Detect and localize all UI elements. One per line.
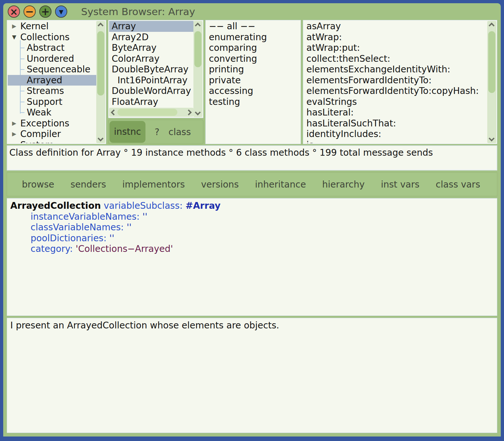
method-list-item[interactable]: hasLiteral: [304,107,487,118]
instance-side-button[interactable]: instnc [109,121,145,143]
class-list-item[interactable]: Int16PointArray [109,75,193,86]
protocol-list[interactable]: −− all −−enumeratingcomparingconvertingp… [206,21,300,143]
tree-item[interactable]: ▶ Kernel [8,21,96,32]
class-item-label: DoubleByteArray [112,64,189,75]
toolbar-button[interactable]: hierarchy [322,179,365,190]
method-list-item[interactable]: collect:thenSelect: [304,53,487,64]
tree-item-label: System [20,140,54,143]
code-editor[interactable]: ArrayedCollection variableSubclass: #Arr… [7,198,497,316]
tree-item-label: Kernel [20,21,49,32]
tree-item-label: Support [27,96,62,107]
scroll-up-icon[interactable] [98,23,103,28]
scrollbar-thumb[interactable] [117,109,177,116]
scroll-right-icon[interactable] [186,109,191,115]
method-list-item[interactable]: asArray [304,21,487,32]
code-token-string-empty: '' [143,211,147,222]
scrollbar-thumb[interactable] [97,31,104,96]
code-line: category: 'Collections−Arrayed' [10,243,494,254]
toolbar-button[interactable]: senders [70,179,106,190]
scroll-up-icon[interactable] [195,23,201,28]
protocol-list-item[interactable]: converting [206,53,300,64]
tree-item[interactable]: Weak [8,107,96,118]
class-list-item[interactable]: Array [109,21,193,32]
tree-item-label: Abstract [27,42,65,53]
toolbar-button[interactable]: inheritance [255,179,306,190]
class-list[interactable]: Array Array2D ByteArray ColorArray Doubl… [109,21,193,107]
class-list-item[interactable]: DoubleWordArray [109,86,193,96]
method-pane: asArrayatWrap:atWrap:put:collect:thenSel… [303,20,497,144]
method-list-item[interactable]: elementsForwardIdentityTo: [304,75,487,86]
protocol-list-item[interactable]: comparing [206,42,300,53]
class-side-button[interactable]: class [168,127,191,137]
method-list-item[interactable]: atWrap: [304,32,487,43]
toolbar-button[interactable]: implementors [122,179,185,190]
code-token-keyword: poolDictionaries: [31,233,109,243]
tree-item[interactable]: Streams [8,86,96,96]
class-list-item[interactable]: FloatArray [109,96,193,107]
class-comment-text: I present an ArrayedCollection whose ele… [10,320,494,331]
tree-item[interactable]: Sequenceable [8,64,96,75]
protocol-list-item[interactable]: −− all −− [206,21,300,32]
window-menu-button[interactable]: ▼ [55,5,67,18]
tree-toggle-icon[interactable]: ▶ [10,140,19,143]
scroll-down-icon[interactable] [489,135,494,141]
method-list-item[interactable]: elementsExchangeIdentityWith: [304,64,487,75]
tree-item[interactable]: ▶ System [8,140,96,143]
tree-item[interactable]: Unordered [8,53,96,64]
horizontal-scrollbar[interactable] [109,108,193,117]
protocol-list-item[interactable]: testing [206,96,300,107]
toolbar-button[interactable]: browse [22,179,54,190]
toolbar-button[interactable]: versions [201,179,239,190]
tree-item[interactable]: Abstract [8,42,96,53]
scrollbar-thumb[interactable] [488,31,495,93]
scroll-down-icon[interactable] [98,135,103,141]
class-list-item[interactable]: ColorArray [109,53,193,64]
tree-toggle-icon[interactable]: ▼ [10,32,19,43]
category-list[interactable]: ▶ Kernel ▼ Collections Abstract Unordere… [8,21,96,143]
tree-item[interactable]: Support [8,96,96,107]
class-list-item[interactable]: Array2D [109,32,193,43]
tree-toggle-icon[interactable]: ▶ [10,118,19,129]
method-list-item[interactable]: atWrap:put: [304,42,487,53]
method-list-item[interactable]: evalStrings [304,96,487,107]
method-list[interactable]: asArrayatWrap:atWrap:put:collect:thenSel… [304,21,487,143]
protocol-list-item[interactable]: printing [206,64,300,75]
method-list-item[interactable]: elementsForwardIdentityTo:copyHash: [304,86,487,96]
protocol-list-item[interactable]: enumerating [206,32,300,43]
vertical-scrollbar[interactable] [193,21,202,117]
scroll-left-icon[interactable] [111,109,117,115]
maximize-button[interactable]: + [39,5,51,18]
close-button[interactable]: × [8,5,20,18]
protocol-list-item[interactable]: accessing [206,86,300,96]
toolbar: browsesendersimplementorsversionsinherit… [7,172,497,196]
minimize-button[interactable]: − [23,5,36,18]
comment-query-button[interactable]: ? [154,127,159,137]
tree-toggle-icon[interactable]: ▶ [10,21,19,32]
protocol-list-item[interactable]: private [206,75,300,86]
scrollbar-thumb[interactable] [194,31,201,67]
code-token-class: ArrayedCollection [10,200,101,211]
class-item-label: Array2D [112,32,149,42]
vertical-scrollbar[interactable] [487,21,496,143]
tree-item-label: Arrayed [27,75,62,86]
scroll-down-icon[interactable] [195,109,201,115]
method-list-item[interactable]: is [304,140,487,143]
toolbar-button[interactable]: inst vars [381,179,419,190]
method-list-item[interactable]: identityIncludes: [304,129,487,140]
tree-item[interactable]: ▶ Exceptions [8,118,96,129]
titlebar[interactable]: × − + ▼ System Browser: Array [3,3,501,20]
comment-editor[interactable]: I present an ArrayedCollection whose ele… [7,318,497,433]
scroll-up-icon[interactable] [489,23,494,28]
class-item-label: ColorArray [112,53,160,64]
tree-item[interactable]: ▶ Compiler [8,129,96,140]
class-list-item[interactable]: ByteArray [109,42,193,53]
tree-item[interactable]: ▼ Collections [8,32,96,43]
method-list-item[interactable]: hasLiteralSuchThat: [304,118,487,129]
vertical-scrollbar[interactable] [96,21,105,143]
class-item-label: DoubleWordArray [112,86,191,96]
tree-toggle-icon[interactable]: ▶ [10,129,19,140]
tree-item[interactable]: Arrayed [8,75,96,86]
class-list-item[interactable]: DoubleByteArray [109,64,193,75]
code-token-keyword: variableSubclass: [101,200,185,211]
toolbar-button[interactable]: class vars [436,179,480,190]
